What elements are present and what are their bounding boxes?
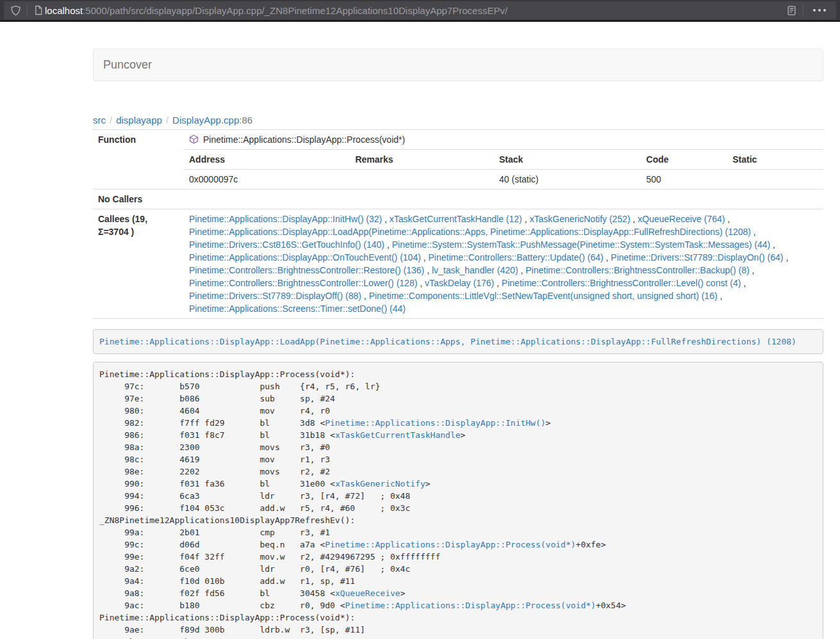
remarks-value bbox=[350, 170, 494, 190]
symbol-table: Function Pinetime::Applications::Display… bbox=[93, 129, 823, 319]
breadcrumb: src/displayapp/DisplayApp.cpp:86 bbox=[93, 115, 823, 125]
callee-link[interactable]: Pinetime::Applications::DisplayApp::Load… bbox=[189, 227, 751, 237]
no-callers-label: No Callers bbox=[93, 190, 184, 209]
disassembly-symbol-link[interactable]: xTaskGenericNotify bbox=[335, 479, 425, 489]
column-header-code: Code bbox=[641, 150, 728, 170]
column-header-remarks: Remarks bbox=[350, 150, 494, 170]
column-header-stack: Stack bbox=[494, 150, 641, 170]
function-detail-table: AddressRemarksStackCodeStatic 0x0000097c… bbox=[184, 149, 823, 189]
callee-link[interactable]: lv_task_handler (420) bbox=[432, 265, 518, 275]
callee-link[interactable]: Pinetime::System::SystemTask::PushMessag… bbox=[392, 239, 771, 250]
shield-icon[interactable] bbox=[10, 5, 21, 16]
callee-link[interactable]: Pinetime::Drivers::St7789::DisplayOff() … bbox=[189, 291, 361, 301]
url-path: :5000/path/src/displayapp/DisplayApp.cpp… bbox=[83, 5, 507, 16]
callee-link[interactable]: Pinetime::Drivers::St7789::DisplayOn() (… bbox=[611, 252, 783, 263]
no-callers-row: No Callers bbox=[93, 190, 823, 209]
callee-link[interactable]: Pinetime::Drivers::Cst816S::GetTouchInfo… bbox=[189, 239, 384, 250]
breadcrumb-link[interactable]: DisplayApp.cpp bbox=[172, 115, 239, 125]
breadcrumb-separator: / bbox=[166, 115, 169, 125]
url-bar[interactable]: localhost:5000/path/src/displayapp/Displ… bbox=[4, 1, 836, 19]
callees-row: Callees (19, Σ=3704 ) Pinetime::Applicat… bbox=[93, 209, 823, 319]
callee-link[interactable]: Pinetime::Controllers::BrightnessControl… bbox=[189, 278, 417, 288]
disassembly-symbol-link[interactable]: Pinetime::Applications::DisplayApp::Proc… bbox=[345, 601, 596, 610]
disassembly-symbol-link[interactable]: xQueueReceive bbox=[335, 588, 400, 598]
callee-link[interactable]: Pinetime::Components::LittleVgl::SetNewT… bbox=[369, 291, 718, 301]
column-header-address: Address bbox=[184, 150, 350, 170]
browser-toolbar: localhost:5000/path/src/displayapp/Displ… bbox=[0, 0, 840, 22]
disassembly-symbol-link[interactable]: xTaskGetCurrentTaskHandle bbox=[335, 430, 461, 440]
callee-link[interactable]: xTaskGetCurrentTaskHandle (12) bbox=[390, 214, 522, 224]
callee-link[interactable]: Pinetime::Applications::Screens::Timer::… bbox=[189, 303, 406, 314]
loadapp-link[interactable]: Pinetime::Applications::DisplayApp::Load… bbox=[99, 337, 796, 346]
breadcrumb-line-number: :86 bbox=[239, 115, 252, 125]
page-actions-menu-icon[interactable] bbox=[813, 9, 826, 12]
function-row: Function Pinetime::Applications::Display… bbox=[93, 130, 823, 150]
callee-link[interactable]: Pinetime::Applications::DisplayApp::OnTo… bbox=[189, 252, 421, 263]
callee-link[interactable]: xQueueReceive (764) bbox=[638, 214, 725, 224]
callee-link[interactable]: Pinetime::Controllers::BrightnessControl… bbox=[525, 265, 749, 275]
disassembly: Pinetime::Applications::DisplayApp::Proc… bbox=[93, 362, 823, 639]
breadcrumb-link[interactable]: displayapp bbox=[116, 115, 162, 125]
loadapp-snippet: Pinetime::Applications::DisplayApp::Load… bbox=[93, 329, 823, 354]
toolbar-divider bbox=[27, 4, 28, 16]
function-detail-row: AddressRemarksStackCodeStatic 0x0000097c… bbox=[93, 149, 823, 190]
function-signature: Pinetime::Applications::DisplayApp::Proc… bbox=[203, 133, 405, 146]
page-content: Puncover src/displayapp/DisplayApp.cpp:8… bbox=[93, 22, 823, 639]
function-label: Function bbox=[93, 130, 184, 150]
app-navbar: Puncover bbox=[93, 49, 823, 81]
code-value: 500 bbox=[641, 170, 728, 190]
disassembly-symbol-link[interactable]: Pinetime::Applications::DisplayApp::Proc… bbox=[325, 540, 575, 549]
address-value: 0x0000097c bbox=[184, 170, 350, 190]
app-brand: Puncover bbox=[94, 58, 161, 72]
callee-link[interactable]: Pinetime::Controllers::BrightnessControl… bbox=[502, 278, 741, 288]
callee-link[interactable]: vTaskDelay (176) bbox=[425, 278, 494, 288]
url-text[interactable]: localhost:5000/path/src/displayapp/Displ… bbox=[45, 5, 786, 16]
toolbar-divider bbox=[803, 4, 803, 16]
callees-list: Pinetime::Applications::DisplayApp::Init… bbox=[184, 209, 823, 319]
callee-link[interactable]: xTaskGenericNotify (252) bbox=[529, 214, 630, 224]
callees-label: Callees (19, Σ=3704 ) bbox=[93, 209, 184, 319]
cube-icon bbox=[189, 134, 199, 144]
static-value bbox=[727, 170, 823, 190]
page-icon[interactable] bbox=[33, 5, 44, 15]
callee-link[interactable]: Pinetime::Applications::DisplayApp::Init… bbox=[189, 214, 382, 224]
reader-mode-icon[interactable] bbox=[786, 5, 797, 16]
detail-header-row: AddressRemarksStackCodeStatic bbox=[184, 150, 823, 170]
column-header-static: Static bbox=[727, 150, 823, 170]
callee-link[interactable]: Pinetime::Controllers::BrightnessControl… bbox=[189, 265, 424, 275]
disassembly-symbol-link[interactable]: Pinetime::Applications::DisplayApp::Init… bbox=[325, 418, 545, 428]
url-host: localhost bbox=[45, 5, 83, 16]
breadcrumb-link[interactable]: src bbox=[93, 115, 106, 125]
detail-value-row: 0x0000097c 40 (static) 500 bbox=[184, 170, 823, 190]
breadcrumb-separator: / bbox=[110, 115, 112, 125]
callee-link[interactable]: Pinetime::Controllers::Battery::Update()… bbox=[429, 252, 604, 263]
stack-value: 40 (static) bbox=[494, 170, 641, 190]
